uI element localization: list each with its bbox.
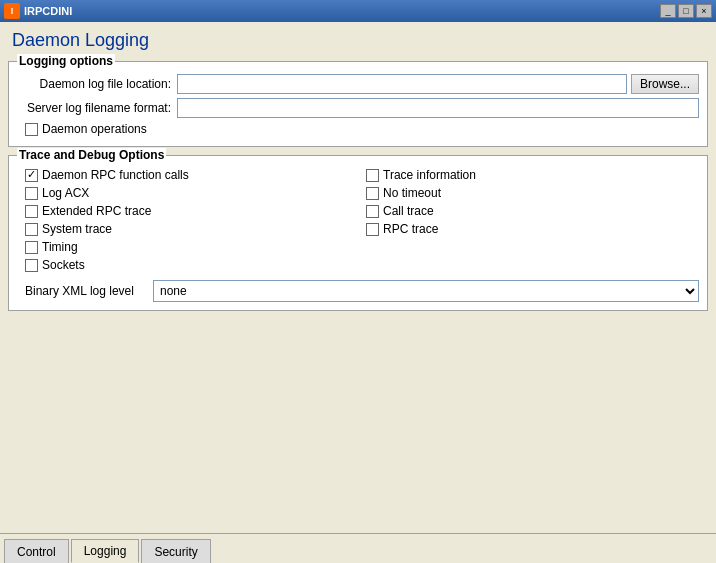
daemon-ops-label: Daemon operations [42, 122, 147, 136]
spacer [8, 319, 708, 525]
tab-bar: Control Logging Security [0, 533, 716, 563]
no-timeout-checkbox[interactable] [366, 187, 379, 200]
app-icon: I [4, 3, 20, 19]
trace-right-2: Call trace [358, 204, 699, 218]
daemon-log-input[interactable] [177, 74, 627, 94]
system-trace-checkbox[interactable] [25, 223, 38, 236]
title-bar: I IRPCDINI _ □ × [0, 0, 716, 22]
tab-control[interactable]: Control [4, 539, 69, 563]
trace-item-4: Timing [17, 240, 358, 254]
trace-right-3: RPC trace [358, 222, 699, 236]
daemon-rpc-checkbox[interactable] [25, 169, 38, 182]
server-log-label: Server log filename format: [17, 101, 177, 115]
tab-logging[interactable]: Logging [71, 539, 140, 563]
no-timeout-label: No timeout [383, 186, 441, 200]
trace-item-0: Daemon RPC function calls [17, 168, 358, 182]
trace-right-0: Trace information [358, 168, 699, 182]
rpc-trace-label: RPC trace [383, 222, 438, 236]
logging-options-inner: Daemon log file location: Browse... Serv… [17, 74, 699, 136]
log-acx-checkbox[interactable] [25, 187, 38, 200]
daemon-log-row: Daemon log file location: Browse... [17, 74, 699, 94]
daemon-rpc-label: Daemon RPC function calls [42, 168, 189, 182]
window-content: Daemon Logging Logging options Daemon lo… [0, 22, 716, 533]
server-log-row: Server log filename format: [17, 98, 699, 118]
binary-xml-label: Binary XML log level [25, 284, 145, 298]
call-trace-label: Call trace [383, 204, 434, 218]
trace-debug-inner: Daemon RPC function calls Log ACX Extend… [17, 168, 699, 302]
tab-security[interactable]: Security [141, 539, 210, 563]
browse-button[interactable]: Browse... [631, 74, 699, 94]
trace-columns: Daemon RPC function calls Log ACX Extend… [17, 168, 699, 274]
sockets-label: Sockets [42, 258, 85, 272]
app-title: IRPCDINI [24, 5, 656, 17]
trace-col-left: Daemon RPC function calls Log ACX Extend… [17, 168, 358, 274]
timing-checkbox[interactable] [25, 241, 38, 254]
trace-col-right: Trace information No timeout Call trace … [358, 168, 699, 274]
timing-label: Timing [42, 240, 78, 254]
trace-item-5: Sockets [17, 258, 358, 272]
logging-options-group: Logging options Daemon log file location… [8, 61, 708, 147]
logging-options-title: Logging options [17, 54, 115, 68]
daemon-log-label: Daemon log file location: [17, 77, 177, 91]
minimize-button[interactable]: _ [660, 4, 676, 18]
rpc-trace-checkbox[interactable] [366, 223, 379, 236]
binary-xml-row: Binary XML log level none low medium hig… [17, 280, 699, 302]
daemon-ops-row: Daemon operations [17, 122, 699, 136]
trace-item-2: Extended RPC trace [17, 204, 358, 218]
page-title: Daemon Logging [8, 30, 708, 51]
system-trace-label: System trace [42, 222, 112, 236]
trace-debug-group: Trace and Debug Options Daemon RPC funct… [8, 155, 708, 311]
trace-debug-title: Trace and Debug Options [17, 148, 166, 162]
daemon-ops-checkbox[interactable] [25, 123, 38, 136]
extended-rpc-label: Extended RPC trace [42, 204, 151, 218]
trace-info-label: Trace information [383, 168, 476, 182]
call-trace-checkbox[interactable] [366, 205, 379, 218]
trace-item-1: Log ACX [17, 186, 358, 200]
log-acx-label: Log ACX [42, 186, 89, 200]
trace-item-3: System trace [17, 222, 358, 236]
close-button[interactable]: × [696, 4, 712, 18]
sockets-checkbox[interactable] [25, 259, 38, 272]
maximize-button[interactable]: □ [678, 4, 694, 18]
trace-info-checkbox[interactable] [366, 169, 379, 182]
extended-rpc-checkbox[interactable] [25, 205, 38, 218]
trace-right-1: No timeout [358, 186, 699, 200]
server-log-input[interactable] [177, 98, 699, 118]
binary-xml-select[interactable]: none low medium high [153, 280, 699, 302]
window-controls: _ □ × [660, 4, 712, 18]
